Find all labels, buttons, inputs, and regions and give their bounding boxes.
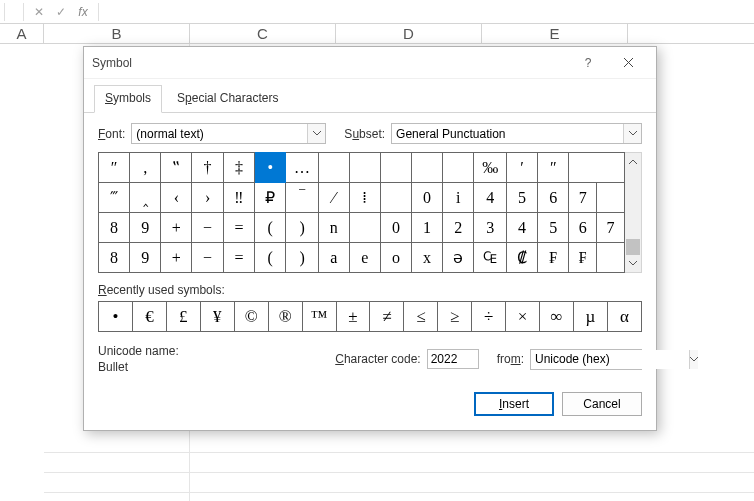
recent-symbol-cell[interactable]: £: [166, 302, 200, 332]
symbol-cell[interactable]: +: [161, 243, 192, 273]
symbol-cell[interactable]: ₠: [474, 243, 506, 273]
symbol-cell[interactable]: +: [161, 213, 192, 243]
recent-symbol-cell[interactable]: ÷: [472, 302, 506, 332]
symbol-cell[interactable]: x: [411, 243, 442, 273]
font-input[interactable]: [132, 124, 307, 143]
symbol-cell[interactable]: [380, 153, 411, 183]
symbol-cell[interactable]: 6: [538, 183, 569, 213]
symbol-cell[interactable]: ›: [192, 183, 223, 213]
recent-symbol-cell[interactable]: α: [607, 302, 641, 332]
symbol-cell[interactable]: n: [318, 213, 349, 243]
tab-symbols[interactable]: Symbols: [94, 85, 162, 113]
col-header[interactable]: D: [336, 24, 482, 43]
symbol-cell[interactable]: −: [192, 243, 223, 273]
symbol-cell[interactable]: ‴: [99, 183, 130, 213]
symbol-cell[interactable]: 9: [130, 243, 161, 273]
symbol-cell[interactable]: ‟: [161, 153, 192, 183]
symbol-cell[interactable]: ‼: [223, 183, 254, 213]
from-input[interactable]: [531, 350, 689, 369]
symbol-cell[interactable]: ″: [538, 153, 569, 183]
symbol-cell[interactable]: ‹: [161, 183, 192, 213]
symbol-cell[interactable]: 4: [474, 183, 506, 213]
symbol-cell[interactable]: 0: [411, 183, 442, 213]
symbol-cell[interactable]: (: [255, 243, 286, 273]
symbol-cell[interactable]: =: [223, 213, 254, 243]
symbol-cell[interactable]: 9: [130, 213, 161, 243]
symbol-cell[interactable]: 3: [474, 213, 506, 243]
symbol-cell[interactable]: e: [349, 243, 380, 273]
symbol-cell[interactable]: 5: [506, 183, 537, 213]
chevron-down-icon[interactable]: [689, 350, 698, 369]
symbol-cell[interactable]: [380, 183, 411, 213]
symbol-cell[interactable]: ‸: [130, 183, 161, 213]
symbol-cell[interactable]: 2: [443, 213, 474, 243]
col-header[interactable]: B: [44, 24, 190, 43]
recent-symbol-cell[interactable]: €: [132, 302, 166, 332]
symbol-cell[interactable]: 8: [99, 243, 130, 273]
symbol-cell[interactable]: 5: [538, 213, 569, 243]
symbol-cell[interactable]: 7: [569, 183, 597, 213]
col-header[interactable]: C: [190, 24, 336, 43]
symbol-cell[interactable]: ″: [99, 153, 130, 183]
symbol-cell[interactable]: [597, 243, 625, 273]
symbol-cell[interactable]: −: [192, 213, 223, 243]
recent-symbol-cell[interactable]: ©: [234, 302, 268, 332]
recent-symbol-cell[interactable]: ™: [302, 302, 336, 332]
symbol-cell[interactable]: 6: [569, 213, 597, 243]
from-combo[interactable]: [530, 349, 642, 370]
symbol-cell[interactable]: a: [318, 243, 349, 273]
cancel-button[interactable]: Cancel: [562, 392, 642, 416]
symbol-cell[interactable]: 0: [380, 213, 411, 243]
subset-input[interactable]: [392, 124, 623, 143]
dialog-titlebar[interactable]: Symbol ?: [84, 47, 656, 79]
close-button[interactable]: [608, 49, 648, 77]
recent-symbol-cell[interactable]: ±: [336, 302, 370, 332]
formula-input[interactable]: [103, 1, 754, 23]
scroll-thumb[interactable]: [626, 239, 640, 255]
col-header[interactable]: A: [0, 24, 44, 43]
symbol-cell[interactable]: ₡: [506, 243, 537, 273]
symbol-cell[interactable]: •: [255, 153, 286, 183]
help-button[interactable]: ?: [568, 49, 608, 77]
scroll-down-icon[interactable]: [625, 255, 641, 272]
scroll-up-icon[interactable]: [625, 153, 641, 170]
symbol-cell[interactable]: …: [286, 153, 318, 183]
symbol-cell[interactable]: [349, 213, 380, 243]
symbol-cell[interactable]: 8: [99, 213, 130, 243]
symbol-cell[interactable]: ⁞: [349, 183, 380, 213]
recent-symbol-cell[interactable]: ≥: [438, 302, 472, 332]
symbol-cell[interactable]: o: [380, 243, 411, 273]
tab-special[interactable]: Special Characters: [166, 85, 289, 112]
symbol-cell[interactable]: =: [223, 243, 254, 273]
symbol-cell[interactable]: ‚: [130, 153, 161, 183]
symbol-cell[interactable]: 4: [506, 213, 537, 243]
symbol-cell[interactable]: ′: [506, 153, 537, 183]
symbol-cell[interactable]: ₣: [538, 243, 569, 273]
recent-symbol-cell[interactable]: µ: [573, 302, 607, 332]
fx-icon[interactable]: fx: [72, 1, 94, 23]
chevron-down-icon[interactable]: [307, 124, 325, 143]
symbol-cell[interactable]: 1: [411, 213, 442, 243]
recent-symbol-cell[interactable]: ≤: [404, 302, 438, 332]
symbol-cell[interactable]: †: [192, 153, 223, 183]
symbol-cell[interactable]: [349, 153, 380, 183]
col-header[interactable]: E: [482, 24, 628, 43]
symbol-cell[interactable]: ₣: [569, 243, 597, 273]
symbol-cell[interactable]: [411, 153, 442, 183]
symbol-cell[interactable]: ‡: [223, 153, 254, 183]
symbol-grid[interactable]: ″‚‟†‡•…‰′″‴‸‹›‼₽‾⁄⁞0i456789+−=()n0123456…: [98, 152, 625, 273]
char-code-input[interactable]: [427, 349, 479, 369]
recent-symbol-cell[interactable]: ∞: [540, 302, 574, 332]
symbol-cell[interactable]: ‰: [474, 153, 506, 183]
scrollbar[interactable]: [625, 152, 642, 273]
symbol-cell[interactable]: ): [286, 243, 318, 273]
insert-button[interactable]: Insert: [474, 392, 554, 416]
symbol-cell[interactable]: [318, 153, 349, 183]
symbol-cell[interactable]: i: [443, 183, 474, 213]
symbol-cell[interactable]: ‾: [286, 183, 318, 213]
symbol-cell[interactable]: ): [286, 213, 318, 243]
font-combo[interactable]: [131, 123, 326, 144]
symbol-cell[interactable]: 7: [597, 213, 625, 243]
chevron-down-icon[interactable]: [623, 124, 641, 143]
recent-symbol-cell[interactable]: •: [99, 302, 133, 332]
